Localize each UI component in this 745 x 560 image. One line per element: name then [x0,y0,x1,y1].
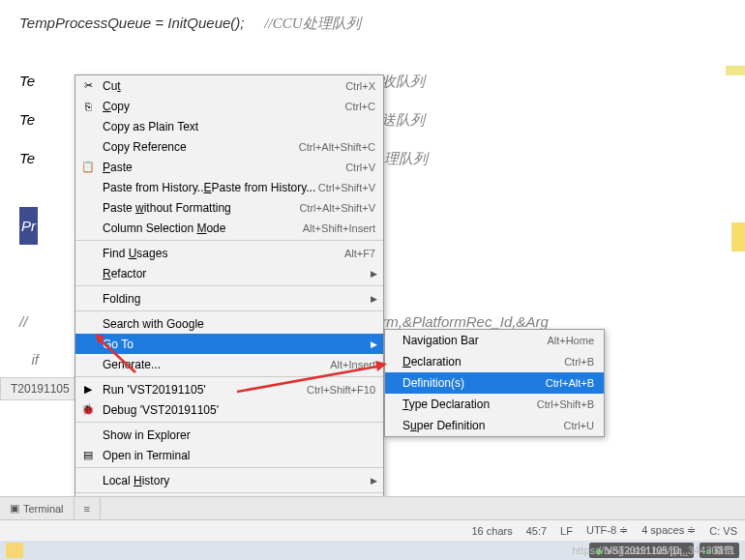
menu-label: Type Declaration [402,398,537,411]
menu-shortcut: Ctrl+C [345,101,375,112]
menu-shortcut: Ctrl+Shift+F10 [307,384,375,396]
menu-separator [75,285,383,286]
menu-icon: ✂ [81,79,95,93]
code-comment: //CCU处理队列 [264,15,360,31]
menu-shortcut: Alt+Home [547,335,594,346]
file-tab[interactable]: T20191105 [0,377,80,400]
menu-item-copy-as-plain-text[interactable]: Copy as Plain Text [75,116,383,136]
menu-item-type-declaration[interactable]: Type DeclarationCtrl+Shift+B [385,394,604,415]
menu-label: Local History [103,474,375,487]
menu-item-definition-s[interactable]: Definition(s)Ctrl+Alt+B [385,372,604,394]
menu-icon: 🐞 [81,403,95,417]
menu-label: Paste [103,161,345,174]
menu-item-copy-reference[interactable]: Copy ReferenceCtrl+Alt+Shift+C [75,136,383,157]
menu-item-declaration[interactable]: DeclarationCtrl+B [385,351,604,372]
menu-shortcut: Alt+Shift+Insert [303,222,375,234]
menu-shortcut: Ctrl+Alt+Shift+V [299,202,375,214]
menu-item-refactor[interactable]: Refactor▶ [75,263,383,283]
menu-item-copy[interactable]: ⎘CopyCtrl+C [75,96,383,116]
goto-submenu: Navigation BarAlt+HomeDeclarationCtrl+BD… [384,329,605,437]
menu-label: Go To [103,338,375,351]
menu-label: Declaration [402,355,564,368]
menu-item-column-selection-mode[interactable]: Column Selection ModeAlt+Shift+Insert [75,218,383,238]
menu-item-run-vst20191105[interactable]: ▶Run 'VST20191105'Ctrl+Shift+F10 [75,379,383,399]
menu-separator [75,240,383,241]
menu-item-paste-from-history[interactable]: Paste from History..EPaste from History.… [75,177,383,197]
menu-label: Find Usages [103,247,344,260]
menu-label: Cut [103,79,345,93]
highlighted-text: Pr [19,207,38,245]
menu-label: Paste from History..EPaste from History.… [103,181,318,194]
menu-separator [75,492,383,493]
watermark: https://blog.csdn.net/qq_34430371 [572,545,735,556]
menu-label: Super Definition [402,419,564,432]
menu-separator [75,376,383,377]
status-encoding[interactable]: UTF-8 ≑ [586,524,628,537]
menu-shortcut: Ctrl+Alt+B [546,377,594,389]
menu-label: Debug 'VST20191105' [103,403,375,417]
menu-label: Paste without Formatting [103,201,299,215]
status-chars: 16 chars [471,525,512,537]
terminal-tab[interactable]: ▣Terminal [0,497,74,519]
menu-item-folding[interactable]: Folding▶ [75,288,383,309]
menu-shortcut: Alt+Insert [330,359,375,370]
menu-item-open-in-terminal[interactable]: ▤Open in Terminal [75,445,383,465]
menu-item-cut[interactable]: ✂CutCtrl+X [75,75,383,96]
tool-window-bar: ▣Terminal ≡ [0,496,745,519]
explorer-icon[interactable] [6,543,23,558]
menu-label: Generate... [103,358,330,371]
menu-separator [75,310,383,311]
menu-item-paste[interactable]: 📋PasteCtrl+V [75,157,383,177]
menu-label: Refactor [103,267,375,280]
menu-shortcut: Ctrl+Shift+V [318,182,375,193]
menu-item-go-to[interactable]: Go To▶ [75,334,383,354]
terminal-icon: ▣ [10,502,19,515]
code-text: TempProcessQueue = InitQueue(); [19,15,245,31]
menu-label: Run 'VST20191105' [103,383,307,397]
menu-label: Copy as Plain Text [103,120,375,133]
menu-label: Copy Reference [103,140,299,154]
code-text: Te [19,150,35,166]
menu-label: Folding [103,292,375,306]
menu-label: Search with Google [103,317,375,331]
status-position[interactable]: 45:7 [526,525,547,537]
context-menu: ✂CutCtrl+X⎘CopyCtrl+CCopy as Plain TextC… [74,74,384,560]
menu-separator [75,422,383,423]
status-indent[interactable]: 4 spaces ≑ [641,524,696,537]
menu-item-super-definition[interactable]: Super DefinitionCtrl+U [385,415,604,436]
menu-icon: ⎘ [81,100,95,113]
submenu-arrow-icon: ▶ [371,339,377,349]
menu-label: Open in Terminal [103,449,375,462]
menu-item-show-in-explorer[interactable]: Show in Explorer [75,425,383,445]
menu-shortcut: Ctrl+V [345,162,375,173]
menu-item-generate[interactable]: Generate...Alt+Insert [75,354,383,374]
menu-shortcut: Ctrl+Alt+Shift+C [299,141,375,153]
todo-icon: ≡ [84,503,90,515]
menu-item-find-usages[interactable]: Find UsagesAlt+F7 [75,243,383,263]
status-line-separator[interactable]: LF [560,525,573,537]
menu-item-search-with-google[interactable]: Search with Google [75,313,383,334]
menu-icon: ▤ [81,449,95,462]
menu-item-local-history[interactable]: Local History▶ [75,470,383,490]
menu-label: Definition(s) [402,376,546,390]
menu-label: Copy [103,100,345,113]
menu-label: Show in Explorer [103,428,375,442]
menu-label: Navigation Bar [402,334,547,347]
menu-shortcut: Ctrl+B [564,356,594,368]
menu-item-paste-without-formatting[interactable]: Paste without FormattingCtrl+Alt+Shift+V [75,197,383,218]
submenu-arrow-icon: ▶ [371,476,377,486]
submenu-arrow-icon: ▶ [371,294,377,304]
code-text: if [19,351,39,368]
menu-shortcut: Alt+F7 [344,248,375,259]
submenu-arrow-icon: ▶ [371,269,377,279]
todo-tab[interactable]: ≡ [74,497,101,519]
menu-icon: ▶ [81,383,95,397]
gutter-marker [726,66,745,75]
menu-shortcut: Ctrl+Shift+B [537,398,594,410]
menu-separator [75,467,383,468]
menu-icon: 📋 [81,161,95,174]
menu-item-debug-vst20191105[interactable]: 🐞Debug 'VST20191105' [75,399,383,420]
menu-shortcut: Ctrl+U [564,420,594,431]
code-text: Te [19,73,35,89]
menu-item-navigation-bar[interactable]: Navigation BarAlt+Home [385,330,604,351]
